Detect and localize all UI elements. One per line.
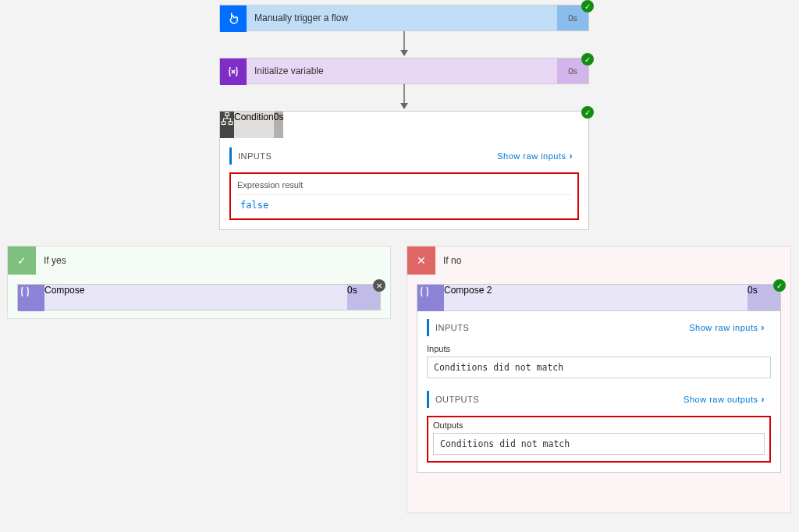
- expression-value: false: [237, 194, 571, 211]
- compose-step[interactable]: Compose 0s ✕: [17, 284, 381, 310]
- condition-icon: [220, 112, 234, 138]
- condition-body: INPUTS Show raw inputs › Expression resu…: [220, 138, 588, 229]
- outputs-label: OUTPUTS: [435, 395, 479, 404]
- step-title: Condition: [234, 112, 274, 138]
- outputs-highlight-box: Outputs Conditions did not match: [427, 416, 771, 463]
- condition-card[interactable]: Condition 0s ✓ INPUTS Show raw inputs › …: [219, 111, 589, 230]
- branch-title: If yes: [36, 255, 66, 266]
- chevron-right-icon: ›: [762, 322, 765, 333]
- connector-arrow: [400, 31, 409, 58]
- chevron-right-icon: ›: [570, 151, 574, 161]
- success-badge-icon: ✓: [773, 279, 786, 292]
- variable-icon: [220, 59, 247, 85]
- inputs-label: INPUTS: [435, 323, 469, 332]
- svg-rect-4: [225, 113, 229, 116]
- trigger-step[interactable]: Manually trigger a flow 0s ✓: [219, 5, 589, 31]
- check-icon: ✓: [8, 246, 36, 275]
- condition-header[interactable]: Condition 0s ✓: [220, 112, 588, 138]
- step-title: Manually trigger a flow: [247, 5, 557, 30]
- svg-marker-3: [400, 103, 408, 109]
- expression-label: Expression result: [237, 179, 571, 190]
- step-title: Compose 2: [444, 285, 748, 310]
- inputs-field-label: Inputs: [427, 344, 771, 353]
- if-yes-branch: ✓ If yes Compose 0s ✕: [7, 246, 391, 319]
- step-title: Initialize variable: [247, 59, 557, 83]
- step-title: Compose: [44, 285, 347, 310]
- branch-title: If no: [435, 255, 461, 266]
- compose-icon: [417, 285, 444, 311]
- touch-icon: [220, 5, 247, 32]
- branch-header[interactable]: ✓ If yes: [8, 246, 390, 275]
- show-raw-outputs-link[interactable]: Show raw outputs ›: [684, 394, 765, 405]
- branch-header[interactable]: ✕ If no: [407, 246, 790, 275]
- compose-2-card: Compose 2 0s ✓ INPUTS Show raw inputs › …: [417, 284, 781, 473]
- inputs-label: INPUTS: [238, 151, 272, 161]
- flow-canvas: Manually trigger a flow 0s ✓ Initialize …: [0, 0, 799, 532]
- connector-arrow: [400, 84, 409, 111]
- compose-icon: [18, 285, 44, 311]
- init-variable-step[interactable]: Initialize variable 0s ✓: [219, 58, 589, 84]
- expression-result-box: Expression result false: [229, 172, 579, 220]
- chevron-right-icon: ›: [762, 394, 765, 405]
- svg-marker-1: [400, 50, 408, 56]
- svg-rect-6: [229, 122, 233, 125]
- success-badge-icon: ✓: [581, 53, 594, 66]
- svg-rect-5: [222, 122, 225, 125]
- compose-2-step[interactable]: Compose 2 0s ✓: [417, 285, 780, 311]
- inputs-section-header: INPUTS Show raw inputs ›: [229, 147, 579, 165]
- outputs-value: Conditions did not match: [433, 433, 765, 455]
- inputs-value: Conditions did not match: [427, 356, 771, 378]
- success-badge-icon: ✓: [581, 0, 594, 12]
- show-raw-inputs-link[interactable]: Show raw inputs ›: [689, 322, 765, 333]
- if-no-branch: ✕ If no Compose 2 0s ✓ INPUTS Show: [407, 246, 791, 513]
- inputs-section-header: INPUTS Show raw inputs ›: [427, 319, 771, 336]
- close-icon: ✕: [407, 246, 435, 275]
- outputs-section-header: OUTPUTS Show raw outputs ›: [427, 391, 771, 408]
- skipped-badge-icon: ✕: [373, 279, 385, 292]
- success-badge-icon: ✓: [581, 106, 594, 119]
- outputs-field-label: Outputs: [433, 420, 765, 430]
- show-raw-inputs-link[interactable]: Show raw inputs ›: [497, 151, 573, 161]
- duration-label: 0s: [274, 112, 284, 138]
